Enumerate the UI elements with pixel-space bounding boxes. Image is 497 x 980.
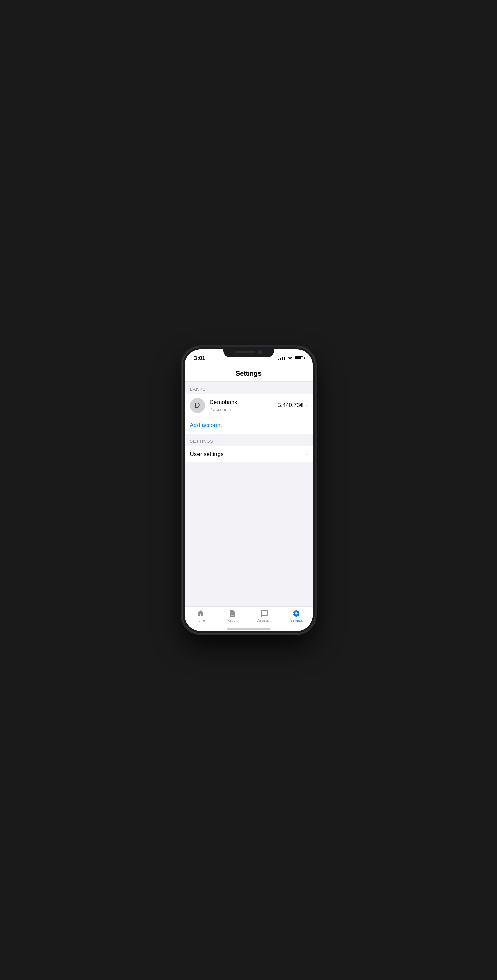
tab-report[interactable]: Report [217,609,248,622]
speaker [235,351,255,353]
tab-home-label: Home [196,619,205,622]
phone-screen: 3:01 Settings [185,349,313,631]
chevron-right-icon: › [305,451,307,457]
camera [258,350,262,354]
tab-assistant-label: Assistant [258,619,271,622]
add-account-label: Add account [190,422,222,428]
banks-section-body: D Demobank 2 accounts 5.440,73€ › [185,394,313,434]
banks-section-header: BANKS [185,382,313,394]
wifi-icon [287,356,293,360]
screen-content: Settings BANKS D [185,364,313,631]
page-title: Settings [236,369,261,377]
phone-device: 3:01 Settings [183,347,315,633]
chevron-right-icon: › [305,402,307,409]
bank-name: Demobank [210,399,278,406]
tab-settings-label: Settings [290,619,303,622]
settings-icon [292,609,301,617]
settings-section-body: User settings › [185,446,313,462]
assistant-icon [261,609,269,617]
bank-balance-area: 5.440,73€ › [278,402,307,409]
report-icon [228,609,236,617]
status-icons [278,356,303,360]
banks-section: BANKS D Demobank 2 accounts [185,382,313,434]
add-account-row[interactable]: Add account [185,417,313,434]
notch [223,347,274,357]
page-header: Settings [185,364,313,382]
settings-section-label: SETTINGS [190,439,213,444]
settings-section: SETTINGS User settings › [185,434,313,462]
home-icon [196,609,205,617]
tab-report-label: Report [227,619,238,622]
tab-home[interactable]: Home [185,609,217,622]
user-settings-label: User settings [190,451,224,458]
tab-assistant[interactable]: Assistant [248,609,281,622]
bank-avatar: D [190,398,205,413]
bank-row[interactable]: D Demobank 2 accounts 5.440,73€ › [185,394,313,417]
user-settings-row[interactable]: User settings › [185,446,313,462]
battery-icon [295,356,303,360]
bank-balance: 5.440,73€ [278,402,304,409]
scroll-area: BANKS D Demobank 2 accounts [185,382,313,606]
banks-section-label: BANKS [190,387,206,391]
status-time: 3:01 [194,355,205,362]
signal-icon [278,357,285,360]
settings-section-header: SETTINGS [185,434,313,446]
tab-settings[interactable]: Settings [280,609,313,622]
home-indicator [185,629,313,631]
bank-accounts: 2 accounts [210,407,278,412]
tab-bar: Home Report Assistant [185,606,313,629]
bank-info: Demobank 2 accounts [210,399,278,412]
